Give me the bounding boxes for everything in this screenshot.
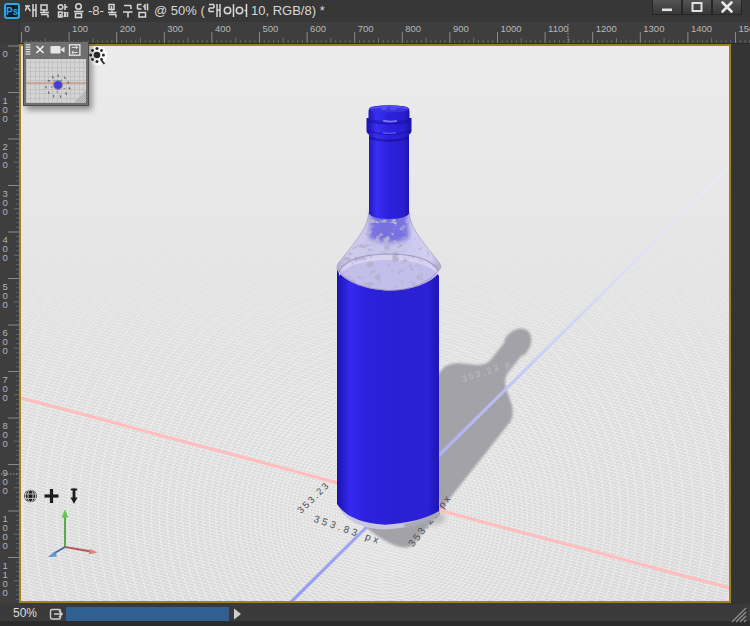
svg-text:0: 0 bbox=[3, 438, 8, 449]
svg-text:1500: 1500 bbox=[739, 23, 750, 34]
svg-text:0: 0 bbox=[3, 540, 8, 551]
svg-text:-8-: -8- bbox=[88, 3, 104, 18]
svg-text:500: 500 bbox=[263, 23, 279, 34]
svg-text:700: 700 bbox=[358, 23, 374, 34]
svg-text:400: 400 bbox=[215, 23, 231, 34]
svg-text:1300: 1300 bbox=[643, 23, 664, 34]
svg-text:0: 0 bbox=[3, 345, 8, 356]
svg-text:800: 800 bbox=[405, 23, 421, 34]
svg-text:0: 0 bbox=[3, 299, 8, 310]
svg-text:600: 600 bbox=[310, 23, 326, 34]
svg-text:0: 0 bbox=[3, 48, 8, 59]
svg-text:1200: 1200 bbox=[596, 23, 617, 34]
svg-text:0: 0 bbox=[3, 252, 8, 263]
svg-text:0: 0 bbox=[3, 206, 8, 217]
svg-text:1000: 1000 bbox=[501, 23, 522, 34]
svg-text:100: 100 bbox=[72, 23, 88, 34]
svg-text:Ps: Ps bbox=[6, 6, 18, 17]
svg-text:0: 0 bbox=[3, 587, 8, 598]
svg-text:0: 0 bbox=[3, 159, 8, 170]
svg-text:1400: 1400 bbox=[691, 23, 712, 34]
svg-text:0: 0 bbox=[3, 485, 8, 496]
svg-text:0: 0 bbox=[25, 23, 30, 34]
svg-text:0: 0 bbox=[3, 392, 8, 403]
svg-text:@ 50% (: @ 50% ( bbox=[154, 3, 205, 18]
svg-text:0: 0 bbox=[3, 113, 8, 124]
svg-text:900: 900 bbox=[453, 23, 469, 34]
svg-text:200: 200 bbox=[120, 23, 136, 34]
svg-text:300: 300 bbox=[167, 23, 183, 34]
svg-text:10, RGB/8) *: 10, RGB/8) * bbox=[251, 3, 325, 18]
svg-text:1100: 1100 bbox=[548, 23, 568, 34]
